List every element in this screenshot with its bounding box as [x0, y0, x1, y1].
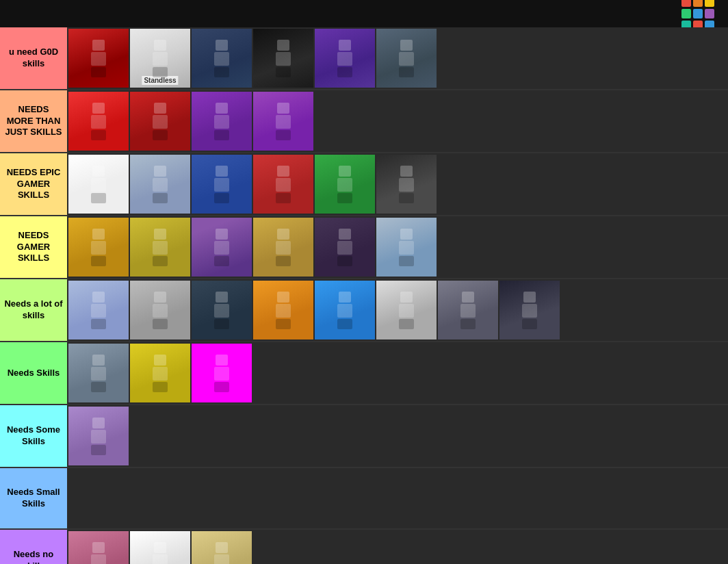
tier-item-r5i1[interactable] — [68, 281, 129, 339]
tier-item-r9i3[interactable] — [192, 531, 252, 564]
logo-grid — [681, 0, 714, 30]
tier-item-r3i1[interactable] — [68, 155, 129, 214]
tier-items-f — [67, 405, 728, 467]
tier-item-r5i6[interactable] — [376, 281, 437, 339]
standless-label: Standless — [142, 76, 178, 85]
tier-row-s: u need G0D skillsStandless — [0, 27, 728, 90]
tier-items-b — [67, 153, 728, 215]
tier-item-r1i6[interactable] — [376, 29, 437, 88]
tier-label-a: NEEDS MORE THAN JUST SKILLS — [0, 90, 67, 152]
tier-row-b: NEEDS EPIC GAMER SKILLS — [0, 153, 728, 216]
tier-item-r1i2[interactable]: Standless — [130, 29, 190, 88]
tier-item-r2i1[interactable] — [68, 92, 129, 151]
tier-item-r4i5[interactable] — [315, 218, 375, 277]
tier-row-h: Needs no skills — [0, 530, 728, 564]
tier-items-g — [67, 468, 728, 528]
tier-item-r5i5[interactable] — [315, 281, 375, 339]
tier-item-r3i4[interactable] — [253, 155, 313, 214]
tier-items-a — [67, 90, 728, 152]
tier-item-r9i2[interactable] — [130, 531, 190, 564]
tier-label-h: Needs no skills — [0, 530, 67, 564]
tier-item-r3i3[interactable] — [192, 155, 252, 214]
tier-items-e — [67, 342, 728, 404]
tier-label-d: Needs a lot of skills — [0, 279, 67, 341]
tier-item-r4i6[interactable] — [376, 218, 437, 277]
tier-item-r4i2[interactable] — [130, 218, 190, 277]
tier-item-r4i4[interactable] — [253, 218, 313, 277]
tier-item-r1i5[interactable] — [315, 29, 375, 88]
tier-item-r9i1[interactable] — [68, 531, 129, 564]
tier-item-r2i2[interactable] — [130, 92, 190, 151]
tier-label-b: NEEDS EPIC GAMER SKILLS — [0, 153, 67, 215]
tier-row-c: NEEDS GAMER SKILLS — [0, 216, 728, 279]
tier-item-r5i8[interactable] — [499, 281, 560, 339]
tier-item-r3i2[interactable] — [130, 155, 190, 214]
tier-item-r1i4[interactable] — [253, 29, 313, 88]
tier-row-a: NEEDS MORE THAN JUST SKILLS — [0, 90, 728, 153]
tier-item-r1i3[interactable] — [192, 29, 252, 88]
tier-item-r6i1[interactable] — [68, 344, 129, 402]
tier-rows-container: u need G0D skillsStandlessNEEDS MORE THA… — [0, 27, 728, 564]
tier-items-c — [67, 216, 728, 278]
tier-item-r7i1[interactable] — [68, 407, 129, 465]
tier-item-r6i3[interactable] — [192, 344, 252, 402]
tier-items-d — [67, 279, 728, 341]
tier-item-r3i5[interactable] — [315, 155, 375, 214]
header — [0, 0, 728, 27]
tier-item-r5i2[interactable] — [130, 281, 190, 339]
tier-list: u need G0D skillsStandlessNEEDS MORE THA… — [0, 0, 728, 564]
tier-items-s: Standless — [67, 27, 728, 89]
tier-item-r6i2[interactable] — [130, 344, 190, 402]
tier-row-f: Needs Some Skills — [0, 405, 728, 468]
tier-item-r5i4[interactable] — [253, 281, 313, 339]
tier-item-r2i4[interactable] — [253, 92, 313, 151]
tier-item-r2i3[interactable] — [192, 92, 252, 151]
tier-row-d: Needs a lot of skills — [0, 279, 728, 342]
tier-row-g: Needs Small Skills — [0, 468, 728, 530]
tier-label-e: Needs Skills — [0, 342, 67, 404]
tier-item-r5i3[interactable] — [192, 281, 252, 339]
tier-items-h — [67, 530, 728, 564]
tiermaker-logo — [681, 0, 720, 30]
tier-item-r4i1[interactable] — [68, 218, 129, 277]
tier-label-f: Needs Some Skills — [0, 405, 67, 467]
tier-label-c: NEEDS GAMER SKILLS — [0, 216, 67, 278]
tier-row-e: Needs Skills — [0, 342, 728, 405]
tier-item-r3i6[interactable] — [376, 155, 437, 214]
tier-item-r4i3[interactable] — [192, 218, 252, 277]
tier-item-r1i1[interactable] — [68, 29, 129, 88]
tier-item-r5i7[interactable] — [438, 281, 498, 339]
tier-label-g: Needs Small Skills — [0, 468, 67, 528]
tier-label-s: u need G0D skills — [0, 27, 67, 89]
